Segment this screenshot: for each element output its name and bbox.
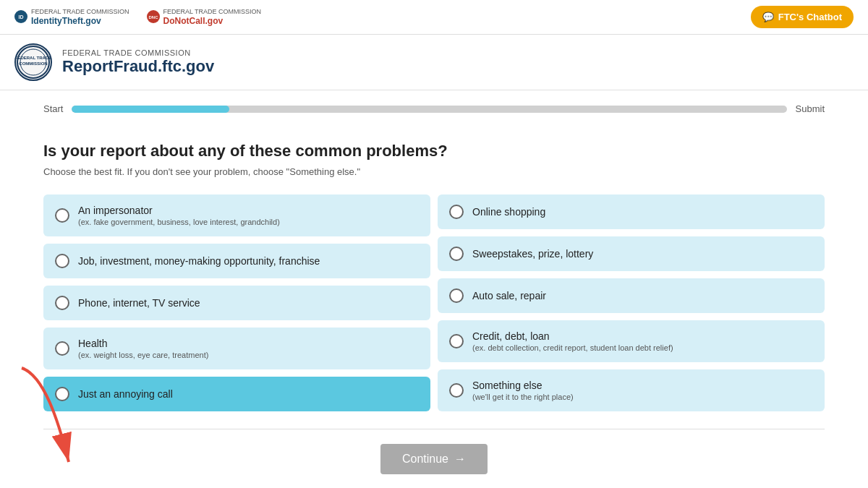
option-sweepstakes[interactable]: Sweepstakes, prize, lottery	[438, 236, 825, 271]
svg-text:COMMISSION: COMMISSION	[19, 61, 47, 66]
continue-label: Continue	[402, 453, 448, 466]
option-annoying-call[interactable]: Just an annoying call	[43, 377, 430, 411]
do-not-call-text: FEDERAL TRADE COMMISSION DoNotCall.gov	[163, 8, 262, 26]
option-impersonator-text: An impersonator (ex. fake government, bu…	[78, 205, 280, 226]
option-auto-sale[interactable]: Auto sale, repair	[438, 278, 825, 313]
option-sweepstakes-text: Sweepstakes, prize, lottery	[472, 248, 593, 260]
options-wrapper: An impersonator (ex. fake government, bu…	[43, 194, 825, 411]
svg-text:ID: ID	[19, 14, 24, 20]
options-grid: An impersonator (ex. fake government, bu…	[43, 194, 825, 411]
ftc-seal: FEDERAL TRADE COMMISSION	[14, 43, 52, 81]
option-phone[interactable]: Phone, internet, TV service	[43, 286, 430, 320]
progress-bar	[72, 106, 786, 113]
header-text: FEDERAL TRADE COMMISSION ReportFraud.ftc…	[62, 48, 214, 76]
progress-bar-fill	[72, 106, 229, 113]
option-health-text: Health (ex. weight loss, eye care, treat…	[78, 338, 208, 359]
do-not-call-name: DoNotCall.gov	[163, 16, 224, 26]
continue-button[interactable]: Continue →	[380, 444, 488, 474]
progress-submit-label: Submit	[796, 103, 825, 114]
svg-text:FEDERAL TRADE: FEDERAL TRADE	[16, 56, 51, 60]
do-not-call-agency: FEDERAL TRADE COMMISSION	[163, 8, 262, 16]
option-online-shopping-text: Online shopping	[472, 206, 545, 218]
option-something-else[interactable]: Something else (we'll get it to the righ…	[438, 369, 825, 411]
site-header: FEDERAL TRADE COMMISSION FEDERAL TRADE C…	[0, 35, 868, 90]
option-health[interactable]: Health (ex. weight loss, eye care, treat…	[43, 328, 430, 369]
do-not-call-link[interactable]: DNC FEDERAL TRADE COMMISSION DoNotCall.g…	[147, 8, 262, 26]
option-credit[interactable]: Credit, debt, loan (ex. debt collection,…	[438, 320, 825, 362]
options-right: Online shopping Sweepstakes, prize, lott…	[438, 194, 825, 411]
option-auto-sale-text: Auto sale, repair	[472, 290, 546, 301]
progress-section: Start Submit	[0, 90, 868, 127]
identity-theft-agency: FEDERAL TRADE COMMISSION	[31, 8, 129, 16]
identity-theft-name: IdentityTheft.gov	[31, 16, 101, 26]
divider	[43, 429, 825, 429]
do-not-call-icon: DNC	[147, 10, 160, 23]
option-something-else-text: Something else (we'll get it to the righ…	[472, 380, 574, 401]
main-content: Is your report about any of these common…	[0, 127, 868, 488]
chatbot-button[interactable]: 💬 FTC's Chatbot	[751, 6, 854, 28]
chatbot-icon: 💬	[762, 12, 774, 22]
question-subtitle: Choose the best fit. If you don't see yo…	[43, 166, 825, 177]
header-site: ReportFraud.ftc.gov	[62, 57, 214, 76]
question-title: Is your report about any of these common…	[43, 142, 825, 160]
radio-online-shopping	[449, 205, 464, 219]
identity-theft-text: FEDERAL TRADE COMMISSION IdentityTheft.g…	[31, 8, 129, 26]
option-annoying-call-text: Just an annoying call	[78, 388, 173, 400]
progress-start-label: Start	[43, 103, 63, 114]
option-phone-text: Phone, internet, TV service	[78, 297, 200, 309]
options-left: An impersonator (ex. fake government, bu…	[43, 194, 430, 411]
svg-text:DNC: DNC	[148, 15, 158, 20]
radio-something-else	[449, 383, 464, 398]
continue-section: Continue →	[43, 444, 825, 474]
option-job-text: Job, investment, money-making opportunit…	[78, 255, 320, 267]
radio-credit	[449, 334, 464, 348]
radio-health	[55, 341, 69, 356]
option-credit-text: Credit, debt, loan (ex. debt collection,…	[472, 330, 673, 352]
identity-theft-link[interactable]: ID FEDERAL TRADE COMMISSION IdentityThef…	[14, 8, 129, 26]
option-job[interactable]: Job, investment, money-making opportunit…	[43, 244, 430, 278]
top-nav-links: ID FEDERAL TRADE COMMISSION IdentityThef…	[14, 8, 261, 26]
radio-impersonator	[55, 208, 69, 223]
radio-sweepstakes	[449, 247, 464, 261]
radio-annoying-call	[55, 387, 69, 401]
continue-arrow-icon: →	[454, 453, 466, 466]
option-online-shopping[interactable]: Online shopping	[438, 194, 825, 229]
option-impersonator[interactable]: An impersonator (ex. fake government, bu…	[43, 194, 430, 236]
top-nav: ID FEDERAL TRADE COMMISSION IdentityThef…	[0, 0, 868, 35]
radio-job	[55, 254, 69, 268]
identity-theft-icon: ID	[14, 10, 27, 23]
header-agency: FEDERAL TRADE COMMISSION	[62, 48, 214, 57]
radio-phone	[55, 296, 69, 310]
radio-auto-sale	[449, 288, 464, 303]
chatbot-label: FTC's Chatbot	[778, 12, 842, 22]
